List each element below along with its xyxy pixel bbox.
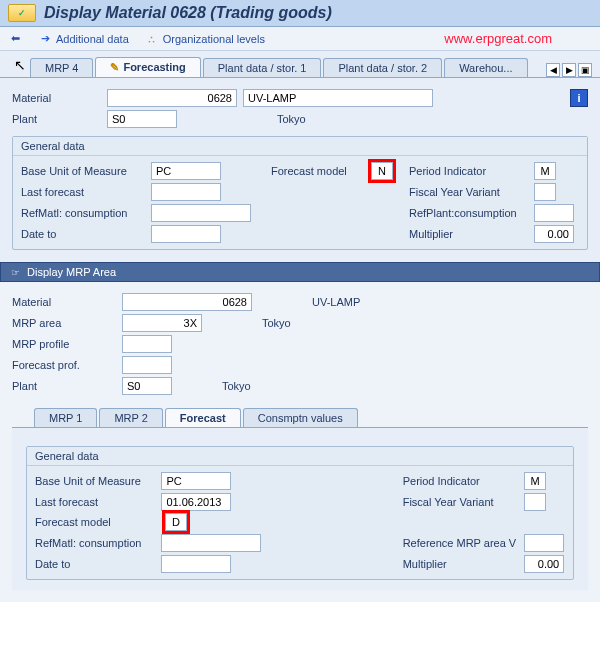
upper-tabstrip: ↖ MRP 4 ✎Forecasting Plant data / stor. … — [0, 51, 600, 78]
fcmodel-label-2: Forecast model — [35, 516, 165, 528]
title-bar: Display Material 0628 (Trading goods) — [0, 0, 600, 27]
fyv-field-2[interactable] — [524, 493, 546, 511]
material-desc-2: UV-LAMP — [312, 296, 360, 308]
refmatl-label-2: RefMatl: consumption — [35, 537, 161, 549]
tab-warehouse[interactable]: Warehou... — [444, 58, 527, 77]
period-field[interactable]: M — [534, 162, 556, 180]
tab-consmptn[interactable]: Consmptn values — [243, 408, 358, 427]
tab-prev-button[interactable]: ◀ — [546, 63, 560, 77]
plant-label: Plant — [12, 113, 107, 125]
tab-plant-stor1[interactable]: Plant data / stor. 1 — [203, 58, 322, 77]
mrpprofile-field[interactable] — [122, 335, 172, 353]
fyv-label: Fiscal Year Variant — [409, 186, 534, 198]
dateto-label-2: Date to — [35, 558, 161, 570]
mrparea-text: Tokyo — [262, 317, 291, 329]
arrow-right-icon: ➔ — [38, 32, 52, 46]
additional-data-label: Additional data — [56, 33, 129, 45]
mult-label: Multiplier — [409, 228, 534, 240]
mult-field[interactable]: 0.00 — [534, 225, 574, 243]
tab-nav: ◀ ▶ ▣ — [546, 63, 592, 77]
org-levels-link[interactable]: ⛬ Organizational levels — [145, 32, 265, 46]
material-code-field-2[interactable]: 0628 — [122, 293, 252, 311]
upper-pane: Material 0628 UV-LAMP i Plant S0 Tokyo G… — [0, 78, 600, 262]
fcmodel-field[interactable]: N — [371, 162, 393, 180]
lower-tab-pane: General data Base Unit of Measure PC Per… — [12, 428, 588, 590]
mult-label-2: Multiplier — [403, 558, 525, 570]
general-data-group-lower: General data Base Unit of Measure PC Per… — [26, 446, 574, 580]
additional-data-link[interactable]: ➔ Additional data — [38, 32, 129, 46]
mrparea-field[interactable]: 3X — [122, 314, 202, 332]
buom-label: Base Unit of Measure — [21, 165, 151, 177]
org-levels-label: Organizational levels — [163, 33, 265, 45]
refarea-field[interactable] — [524, 534, 564, 552]
period-label-2: Period Indicator — [403, 475, 525, 487]
plant-field-2[interactable]: S0 — [122, 377, 172, 395]
plant-text-2: Tokyo — [222, 380, 251, 392]
buom-label-2: Base Unit of Measure — [35, 475, 161, 487]
dateto-label: Date to — [21, 228, 151, 240]
refplant-field[interactable] — [534, 204, 574, 222]
app-icon — [8, 4, 36, 22]
tab-forecast[interactable]: Forecast — [165, 408, 241, 427]
cursor-icon: ↖ — [14, 57, 26, 73]
mrp-area-header: ☞ Display MRP Area — [0, 262, 600, 282]
tab-list-button[interactable]: ▣ — [578, 63, 592, 77]
plant-code-field[interactable]: S0 — [107, 110, 177, 128]
back-button[interactable]: ⬅ — [8, 32, 22, 46]
lastfc-field[interactable] — [151, 183, 221, 201]
refmatl-field[interactable] — [151, 204, 251, 222]
fcmodel-field-2[interactable]: D — [165, 513, 187, 531]
mrparea-label: MRP area — [12, 317, 122, 329]
dateto-field-2[interactable] — [161, 555, 231, 573]
watermark: www.erpgreat.com — [444, 31, 552, 46]
tab-mrp1[interactable]: MRP 1 — [34, 408, 97, 427]
refmatl-field-2[interactable] — [161, 534, 261, 552]
fyv-field[interactable] — [534, 183, 556, 201]
fyv-label-2: Fiscal Year Variant — [403, 496, 525, 508]
period-field-2[interactable]: M — [524, 472, 546, 490]
lastfc-label-2: Last forecast — [35, 496, 161, 508]
fcmodel-label: Forecast model — [271, 165, 371, 177]
buom-field[interactable]: PC — [151, 162, 221, 180]
material-label: Material — [12, 92, 107, 104]
period-label: Period Indicator — [409, 165, 534, 177]
info-button[interactable]: i — [570, 89, 588, 107]
section-title: Display MRP Area — [27, 266, 116, 278]
mrp-area-pane: Material 0628 UV-LAMP MRP area 3X Tokyo … — [0, 282, 600, 602]
pencil-icon: ✎ — [110, 61, 119, 73]
fcprof-field[interactable] — [122, 356, 172, 374]
tab-forecasting[interactable]: ✎Forecasting — [95, 57, 200, 77]
material-code-field[interactable]: 0628 — [107, 89, 237, 107]
dateto-field[interactable] — [151, 225, 221, 243]
display-icon: ☞ — [9, 266, 21, 278]
general-data-group-upper: General data Base Unit of Measure PC For… — [12, 136, 588, 250]
lastfc-field-2[interactable]: 01.06.2013 — [161, 493, 231, 511]
hierarchy-icon: ⛬ — [145, 32, 159, 46]
tab-mrp2[interactable]: MRP 2 — [99, 408, 162, 427]
mult-field-2[interactable]: 0.00 — [524, 555, 564, 573]
toolbar: ⬅ ➔ Additional data ⛬ Organizational lev… — [0, 27, 600, 51]
fcprof-label: Forecast prof. — [12, 359, 122, 371]
page-title: Display Material 0628 (Trading goods) — [44, 4, 332, 22]
buom-field-2[interactable]: PC — [161, 472, 231, 490]
refplant-label: RefPlant:consumption — [409, 207, 534, 219]
back-icon: ⬅ — [8, 32, 22, 46]
tab-mrp4[interactable]: MRP 4 — [30, 58, 93, 77]
group-title-2: General data — [27, 447, 573, 466]
tab-next-button[interactable]: ▶ — [562, 63, 576, 77]
plant-label-2: Plant — [12, 380, 122, 392]
material-desc-field[interactable]: UV-LAMP — [243, 89, 433, 107]
lower-tabstrip: MRP 1 MRP 2 Forecast Consmptn values — [12, 398, 588, 428]
group-title: General data — [13, 137, 587, 156]
plant-text: Tokyo — [277, 113, 306, 125]
lastfc-label: Last forecast — [21, 186, 151, 198]
refarea-label: Reference MRP area V — [403, 537, 525, 549]
refmatl-label: RefMatl: consumption — [21, 207, 151, 219]
mrpprofile-label: MRP profile — [12, 338, 122, 350]
tab-plant-stor2[interactable]: Plant data / stor. 2 — [323, 58, 442, 77]
material-label-2: Material — [12, 296, 122, 308]
